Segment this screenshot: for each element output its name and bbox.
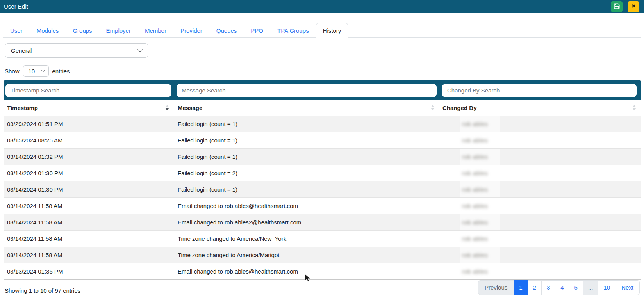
tab-user[interactable]: User xyxy=(3,23,30,38)
sort-desc-icon xyxy=(165,105,169,110)
pagination-page-4[interactable]: 4 xyxy=(555,280,569,295)
redacted-changed-by: rob ables xyxy=(462,137,488,144)
table-row: 03/14/2024 11:58 AM Email changed to rob… xyxy=(4,214,641,230)
column-header-changed-by[interactable]: Changed By xyxy=(439,100,641,116)
message-cell: Email changed to rob.ables@healthsmart.c… xyxy=(174,197,439,214)
save-button[interactable] xyxy=(611,1,623,12)
sort-icon xyxy=(632,105,636,110)
page-length-select[interactable]: 10 xyxy=(23,65,49,77)
timestamp-cell: 03/29/2024 01:51 PM xyxy=(4,116,174,132)
table-row: 03/14/2024 01:30 PM Failed login (count … xyxy=(4,181,641,197)
pagination-previous-button[interactable]: Previous xyxy=(478,280,514,295)
changed-by-cell: rob ables xyxy=(439,165,641,181)
pagination-ellipsis: ... xyxy=(583,280,599,295)
timestamp-cell: 03/14/2024 11:58 AM xyxy=(4,214,174,230)
tab-employer[interactable]: Employer xyxy=(99,23,138,38)
redacted-changed-by: rob ables xyxy=(462,121,488,127)
entries-label: entries xyxy=(52,68,70,75)
timestamp-cell: 03/14/2024 01:30 PM xyxy=(4,165,174,181)
changed-by-cell: rob ables xyxy=(439,181,641,197)
changed-by-cell: rob ables xyxy=(439,197,641,214)
redacted-changed-by: rob ables xyxy=(462,203,488,209)
floppy-disk-icon xyxy=(614,3,620,11)
pagination: Previous 1 2 3 4 5 ... 10 Next xyxy=(478,280,640,295)
timestamp-cell: 03/14/2024 01:32 PM xyxy=(4,148,174,165)
table-row: 03/15/2024 08:25 AM Failed login (count … xyxy=(4,132,641,148)
history-table: Timestamp Message Changed By 03/29/2024 … xyxy=(4,100,641,280)
table-row: 03/14/2024 11:58 AM Time zone changed to… xyxy=(4,247,641,263)
skip-back-icon xyxy=(631,3,636,10)
topbar-actions xyxy=(611,1,640,12)
tab-ppo[interactable]: PPO xyxy=(244,23,270,38)
column-header-timestamp[interactable]: Timestamp xyxy=(4,100,174,116)
message-cell: Time zone changed to America/Marigot xyxy=(174,247,439,263)
message-cell: Failed login (count = 2) xyxy=(174,165,439,181)
top-bar: User Edit xyxy=(0,0,644,13)
column-search-band xyxy=(4,80,641,100)
message-cell: Email changed to rob.ables2@healthsmart.… xyxy=(174,214,439,230)
table-row: 03/14/2024 01:32 PM Failed login (count … xyxy=(4,148,641,165)
tab-groups[interactable]: Groups xyxy=(66,23,99,38)
table-row: 03/14/2024 01:30 PM Failed login (count … xyxy=(4,165,641,181)
timestamp-cell: 03/14/2024 11:58 AM xyxy=(4,197,174,214)
back-button[interactable] xyxy=(628,1,639,12)
pagination-page-3[interactable]: 3 xyxy=(541,280,555,295)
page-title: User Edit xyxy=(4,3,28,10)
pagination-page-2[interactable]: 2 xyxy=(528,280,542,295)
chevron-down-icon xyxy=(41,68,45,72)
history-category-value: General xyxy=(11,47,32,54)
changed-by-cell: rob ables xyxy=(439,230,641,247)
changed-by-cell: rob ables xyxy=(439,263,641,279)
tab-provider[interactable]: Provider xyxy=(173,23,209,38)
table-header-row: Timestamp Message Changed By xyxy=(4,100,641,116)
message-cell: Failed login (count = 1) xyxy=(174,181,439,197)
column-header-message[interactable]: Message xyxy=(174,100,439,116)
show-entries-row: Show 10 entries xyxy=(5,65,70,77)
table-row: 03/13/2024 01:35 PM Email changed to rob… xyxy=(4,263,641,279)
table-row: 03/29/2024 01:51 PM Failed login (count … xyxy=(4,116,641,132)
message-cell: Email changed to rob.ables@healthsmart.c… xyxy=(174,263,439,279)
tab-member[interactable]: Member xyxy=(138,23,173,38)
timestamp-cell: 03/14/2024 11:58 AM xyxy=(4,247,174,263)
changed-by-cell: rob ables xyxy=(439,214,641,230)
tab-queues[interactable]: Queues xyxy=(209,23,244,38)
history-category-select[interactable]: General xyxy=(5,43,148,58)
timestamp-cell: 03/14/2024 11:58 AM xyxy=(4,230,174,247)
redacted-changed-by: rob ables xyxy=(462,170,488,176)
tab-tpa-groups[interactable]: TPA Groups xyxy=(270,23,316,38)
pagination-page-5[interactable]: 5 xyxy=(569,280,583,295)
timestamp-cell: 03/15/2024 08:25 AM xyxy=(4,132,174,148)
changed-by-search-input[interactable] xyxy=(442,84,637,97)
redacted-changed-by: rob ables xyxy=(462,154,488,160)
message-cell: Time zone changed to America/New_York xyxy=(174,230,439,247)
chevron-down-icon xyxy=(137,47,143,52)
show-label: Show xyxy=(5,68,20,75)
message-cell: Failed login (count = 1) xyxy=(174,116,439,132)
changed-by-cell: rob ables xyxy=(439,148,641,165)
redacted-changed-by: rob ables xyxy=(462,269,488,275)
table-row: 03/14/2024 11:58 AM Email changed to rob… xyxy=(4,197,641,214)
timestamp-cell: 03/13/2024 01:35 PM xyxy=(4,263,174,279)
tab-bar: User Modules Groups Employer Member Prov… xyxy=(3,23,641,38)
pagination-next-button[interactable]: Next xyxy=(615,280,640,295)
changed-by-cell: rob ables xyxy=(439,247,641,263)
tab-history[interactable]: History xyxy=(316,23,348,38)
tab-modules[interactable]: Modules xyxy=(30,23,66,38)
redacted-changed-by: rob ables xyxy=(462,252,488,258)
timestamp-search-input[interactable] xyxy=(5,84,171,97)
page-length-value: 10 xyxy=(29,68,35,75)
pagination-page-1[interactable]: 1 xyxy=(514,280,528,295)
changed-by-cell: rob ables xyxy=(439,132,641,148)
redacted-changed-by: rob ables xyxy=(462,187,488,193)
table-row: 03/14/2024 11:58 AM Time zone changed to… xyxy=(4,230,641,247)
sort-icon xyxy=(431,105,435,110)
timestamp-cell: 03/14/2024 01:30 PM xyxy=(4,181,174,197)
message-cell: Failed login (count = 1) xyxy=(174,148,439,165)
redacted-changed-by: rob ables xyxy=(462,236,488,242)
redacted-changed-by: rob ables xyxy=(462,219,488,226)
message-cell: Failed login (count = 1) xyxy=(174,132,439,148)
changed-by-cell: rob ables xyxy=(439,116,641,132)
message-search-input[interactable] xyxy=(177,84,437,97)
table-info-text: Showing 1 to 10 of 97 entries xyxy=(5,287,80,294)
pagination-page-10[interactable]: 10 xyxy=(598,280,615,295)
